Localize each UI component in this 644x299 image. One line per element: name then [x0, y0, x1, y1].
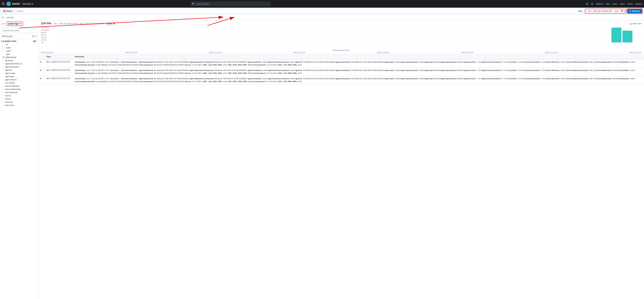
time-range-picker[interactable]: Jan 1, 2022 @ 23:09:25.160 → now: [586, 10, 620, 13]
doc-field-name: agent.name.keyword:: [400, 69, 419, 71]
doc-field-value: 2a315df8-f162-4cb3-b526-99d841a4b0bb: [351, 69, 384, 71]
doc-field-name: host.ip.keyword:: [252, 64, 266, 66]
doc-field-value: node2: [262, 78, 268, 80]
doc-field-value: 7.13.0: [502, 69, 508, 71]
doc-field-name: version.keyword:: [123, 78, 138, 80]
field-type-badge: t: [2, 73, 4, 74]
index-pattern-button[interactable]: [order-log]-* ∨: [7, 22, 23, 26]
row-expand-button[interactable]: ▶: [40, 77, 42, 80]
inspect-button[interactable]: Inspect: [636, 3, 642, 5]
time-range-chevron-icon[interactable]: ▾: [624, 10, 625, 13]
hide-chart-button[interactable]: 📊 Hide chart: [630, 23, 642, 25]
main-content: 124 hits Jan 1, 2022 @ 23:09:25.160 - Ja…: [38, 21, 644, 299]
add-filter-button[interactable]: + Add filter: [5, 17, 14, 19]
data-table: Time ↓ Document ▶Jan 3, 2022 @ 23:07:07.…: [38, 54, 644, 85]
doc-field-value: filebeat: [458, 78, 464, 80]
field-item-agent-name[interactable]: tagent.name: [0, 72, 38, 75]
language-icon-button[interactable]: 🌐: [586, 3, 588, 5]
sidebar-copy-button[interactable]: ⧉: [2, 23, 4, 25]
doc-field-value: 2a315df8-f162-4cb3-b526-99d841a4b0bb: [351, 61, 384, 63]
new-button[interactable]: New: [606, 3, 610, 5]
doc-field-name: version.keyword:: [123, 69, 138, 71]
share-button[interactable]: Share: [627, 3, 633, 5]
field-type-badge: t: [2, 95, 4, 97]
doc-field-name: 9fdd:: [288, 72, 293, 74]
doc-field-value: 1e33,: [223, 72, 228, 74]
save-query-button[interactable]: 💾 Search: [2, 9, 14, 13]
doc-field-name: c115:: [208, 64, 213, 66]
sidebar-edit-button[interactable]: ✏: [4, 23, 6, 25]
doc-field-value: 07.617 @: [104, 61, 112, 63]
filter-by-type-row[interactable]: Filter by type 0 ▾: [0, 34, 38, 39]
svg-text:0: 0: [41, 42, 44, 43]
global-search-input[interactable]: [191, 2, 270, 6]
doc-field-name: host.id:: [101, 81, 108, 82]
resize-handle[interactable]: ⋮: [638, 59, 644, 68]
field-item-host-hostname[interactable]: thost.hostname: [0, 91, 38, 94]
doc-field-name: host.ip:: [185, 72, 192, 74]
row-time-cell: Jan 3, 2022 @ 23:07:07.617: [44, 59, 73, 68]
kql-badge[interactable]: KQL: [578, 10, 582, 12]
field-type-badge: t: [2, 44, 4, 46]
field-item--id[interactable]: t_id: [0, 43, 38, 46]
field-item-agent-version[interactable]: tagent.version: [0, 78, 38, 81]
open-button[interactable]: Open: [620, 3, 625, 5]
field-item-ecs-version[interactable]: tecs.version: [0, 81, 38, 85]
field-search-input[interactable]: [2, 29, 36, 33]
kql-search-bar: KQL: [15, 9, 584, 13]
doc-field-name: agent.id.keyword:: [336, 61, 351, 63]
doc-field-name: agent.id:: [295, 69, 303, 71]
options-button[interactable]: Options: [596, 3, 603, 5]
user-avatar-button[interactable]: 👤: [591, 3, 594, 5]
field-search-container: [0, 27, 38, 34]
available-fields-header[interactable]: ▾ Available fields 32: [0, 40, 38, 43]
x-label-2: 2022-01-02 12:00: [209, 52, 222, 54]
chart-canvas: 120 100 80 60 40 20 0: [38, 27, 644, 49]
resize-handle[interactable]: ⋮: [638, 68, 644, 76]
field-item-agent-hostname[interactable]: tagent.hostname: [0, 65, 38, 69]
field-item-@timestamp[interactable]: 📅@timestamp: [0, 56, 38, 59]
kql-search-input[interactable]: [16, 10, 578, 12]
field-item-agent-id[interactable]: tagent.id: [0, 69, 38, 72]
resize-handle[interactable]: ⋮: [638, 76, 644, 84]
discover-button[interactable]: Discover ▾: [23, 3, 33, 5]
row-expand-button[interactable]: ▶: [40, 61, 42, 63]
time-col-header[interactable]: Time ↓: [44, 54, 73, 59]
field-item-host-ip[interactable]: thost.ip: [0, 97, 38, 101]
field-name-label: host.name: [5, 104, 14, 106]
chart-header: 124 hits Jan 1, 2022 @ 23:09:25.160 - Ja…: [38, 21, 644, 27]
doc-field-name: c115:: [208, 81, 213, 82]
refresh-button[interactable]: ↻ Refresh: [627, 9, 642, 13]
field-item--type[interactable]: t_type: [0, 53, 38, 56]
doc-field-name: 9fdd:: [213, 64, 218, 66]
field-type-badge: #: [2, 50, 4, 52]
doc-field-value: node2: [96, 81, 102, 82]
save-query-label: Search: [6, 10, 12, 12]
field-type-badge: t: [2, 76, 4, 78]
doc-field-name: agent.type:: [424, 61, 434, 63]
field-item-host-name[interactable]: thost.name: [0, 104, 38, 107]
doc-field-value: 172.16.188.3,: [192, 72, 203, 74]
field-item-host-containerized[interactable]: ●host.containerized: [0, 88, 38, 91]
field-item-host-id[interactable]: thost.id: [0, 94, 38, 97]
hamburger-button[interactable]: ☰: [2, 2, 4, 6]
doc-field-value: node2: [419, 61, 424, 63]
doc-field-value: a3e181a37e184de38526b441e3cf9b22: [108, 64, 139, 66]
row-expand-button[interactable]: ▶: [40, 69, 42, 71]
field-item-host-mac[interactable]: thost.mac: [0, 101, 38, 104]
doc-field-value: 1.8.0: [518, 61, 522, 63]
field-item--score[interactable]: #_score: [0, 49, 38, 53]
interval-select[interactable]: Auto: [106, 22, 116, 26]
doc-field-name: agent.type.keyword:: [440, 78, 458, 80]
field-item-agent-type[interactable]: tagent.type: [0, 75, 38, 78]
save-button[interactable]: Save: [612, 3, 617, 5]
doc-field-value: false: [612, 61, 616, 63]
field-item--index[interactable]: t_index: [0, 46, 38, 49]
doc-field-name: ecs.version:: [507, 69, 518, 71]
calendar-icon[interactable]: 📅: [620, 10, 623, 13]
field-item-host-architecture[interactable]: thost.architecture: [0, 85, 38, 88]
doc-field-name: fe80:: [278, 81, 282, 82]
doc-field-name: ecs.version.keyword:: [522, 69, 541, 71]
field-item-@version[interactable]: t@version: [0, 59, 38, 62]
field-item-agent-ephemeral-id[interactable]: tagent.ephemeral_id: [0, 62, 38, 65]
